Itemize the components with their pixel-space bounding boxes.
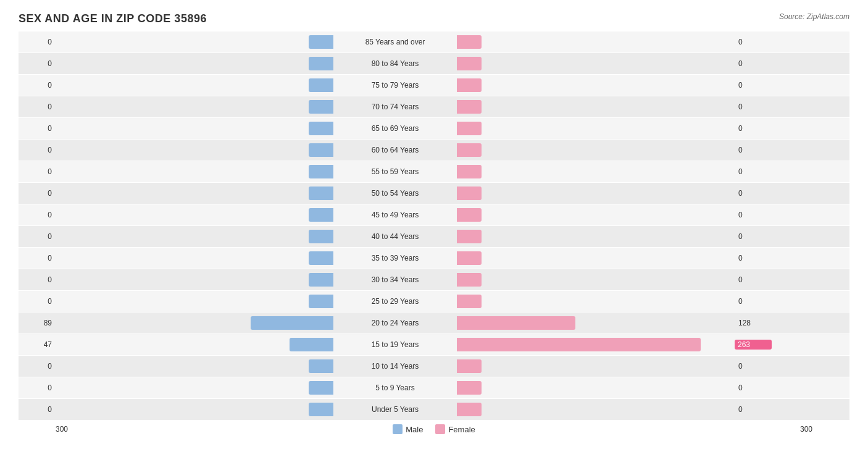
table-row: 065 to 69 Years0 bbox=[19, 118, 849, 139]
left-bar-wrap bbox=[56, 140, 333, 161]
male-value: 0 bbox=[19, 254, 56, 262]
left-bar-wrap bbox=[56, 334, 333, 355]
left-bar-wrap bbox=[56, 399, 333, 420]
left-bar-wrap bbox=[56, 269, 333, 290]
female-bar bbox=[457, 316, 575, 330]
right-bar-wrap bbox=[457, 291, 735, 312]
legend: Male Female bbox=[393, 424, 475, 434]
table-row: 8920 to 24 Years128 bbox=[19, 312, 849, 333]
right-bar-wrap bbox=[457, 269, 735, 290]
table-row: 4715 to 19 Years263 bbox=[19, 334, 849, 355]
age-label: 55 to 59 Years bbox=[333, 167, 457, 176]
bars-wrapper: 085 Years and over0080 to 84 Years0075 t… bbox=[19, 31, 849, 421]
age-label: 45 to 49 Years bbox=[333, 211, 457, 219]
female-value: 263 bbox=[735, 340, 772, 350]
right-bar-wrap bbox=[457, 183, 735, 204]
female-bar bbox=[457, 165, 482, 178]
female-value: 0 bbox=[735, 232, 772, 241]
male-value: 0 bbox=[19, 124, 56, 133]
female-value: 0 bbox=[735, 362, 772, 371]
male-value: 0 bbox=[19, 211, 56, 219]
left-bar-wrap bbox=[56, 183, 333, 204]
right-bar-wrap bbox=[457, 312, 735, 333]
female-bar bbox=[457, 143, 482, 157]
age-label: 30 to 34 Years bbox=[333, 275, 457, 284]
male-bar bbox=[309, 57, 333, 70]
female-bar bbox=[457, 100, 482, 114]
female-value: 0 bbox=[735, 146, 772, 154]
female-bar bbox=[457, 295, 482, 308]
table-row: 060 to 64 Years0 bbox=[19, 140, 849, 161]
right-bar-wrap bbox=[457, 96, 735, 117]
female-bar bbox=[457, 403, 482, 416]
age-label: 75 to 79 Years bbox=[333, 81, 457, 90]
male-bar bbox=[309, 143, 333, 157]
male-value: 0 bbox=[19, 384, 56, 392]
right-bar-wrap bbox=[457, 248, 735, 269]
male-bar bbox=[309, 295, 333, 308]
female-value: 0 bbox=[735, 275, 772, 284]
male-legend-label: Male bbox=[406, 425, 423, 434]
female-legend-label: Female bbox=[448, 425, 475, 434]
female-bar bbox=[457, 122, 482, 135]
male-bar bbox=[309, 230, 333, 243]
female-value: 0 bbox=[735, 297, 772, 306]
male-bar bbox=[309, 381, 333, 395]
male-bar bbox=[309, 403, 333, 416]
female-bar bbox=[457, 57, 482, 70]
age-label: 15 to 19 Years bbox=[333, 340, 457, 349]
male-value: 0 bbox=[19, 405, 56, 414]
right-bar-wrap bbox=[457, 399, 735, 420]
male-value: 0 bbox=[19, 362, 56, 371]
female-bar bbox=[457, 381, 482, 395]
female-value: 0 bbox=[735, 167, 772, 176]
male-bar bbox=[309, 187, 333, 200]
table-row: 050 to 54 Years0 bbox=[19, 183, 849, 204]
age-label: Under 5 Years bbox=[333, 405, 457, 414]
male-value: 0 bbox=[19, 232, 56, 241]
male-value: 0 bbox=[19, 189, 56, 198]
right-bar-wrap bbox=[457, 377, 735, 398]
age-label: 50 to 54 Years bbox=[333, 189, 457, 198]
female-bar bbox=[457, 251, 482, 265]
male-bar bbox=[290, 338, 333, 351]
right-bar-wrap bbox=[457, 118, 735, 139]
left-bar-wrap bbox=[56, 75, 333, 96]
axis-label-left: 300 bbox=[56, 425, 80, 434]
male-value: 47 bbox=[19, 340, 56, 349]
left-bar-wrap bbox=[56, 118, 333, 139]
table-row: 045 to 49 Years0 bbox=[19, 204, 849, 225]
female-value: 0 bbox=[735, 189, 772, 198]
male-value: 0 bbox=[19, 167, 56, 176]
female-bar bbox=[457, 35, 482, 49]
age-label: 40 to 44 Years bbox=[333, 232, 457, 241]
male-bar bbox=[309, 251, 333, 265]
table-row: 010 to 14 Years0 bbox=[19, 356, 849, 377]
female-bar bbox=[457, 78, 482, 92]
right-bar-wrap bbox=[457, 140, 735, 161]
age-label: 70 to 74 Years bbox=[333, 103, 457, 111]
legend-item-female: Female bbox=[435, 424, 475, 434]
male-value: 0 bbox=[19, 297, 56, 306]
left-bar-wrap bbox=[56, 377, 333, 398]
chart-footer: 300 Male Female 300 bbox=[19, 424, 849, 434]
age-label: 25 to 29 Years bbox=[333, 297, 457, 306]
age-label: 80 to 84 Years bbox=[333, 59, 457, 68]
male-bar bbox=[309, 100, 333, 114]
age-label: 5 to 9 Years bbox=[333, 384, 457, 392]
male-value: 0 bbox=[19, 59, 56, 68]
female-bar bbox=[457, 187, 482, 200]
male-bar bbox=[309, 273, 333, 287]
male-bar bbox=[309, 208, 333, 222]
female-value: 0 bbox=[735, 103, 772, 111]
table-row: 035 to 39 Years0 bbox=[19, 248, 849, 269]
right-bar-wrap bbox=[457, 75, 735, 96]
male-value: 0 bbox=[19, 38, 56, 46]
female-value: 128 bbox=[735, 319, 772, 327]
table-row: 0Under 5 Years0 bbox=[19, 399, 849, 420]
female-value: 0 bbox=[735, 254, 772, 262]
male-bar bbox=[309, 78, 333, 92]
table-row: 070 to 74 Years0 bbox=[19, 96, 849, 117]
right-bar-wrap bbox=[457, 161, 735, 182]
left-bar-wrap bbox=[56, 291, 333, 312]
